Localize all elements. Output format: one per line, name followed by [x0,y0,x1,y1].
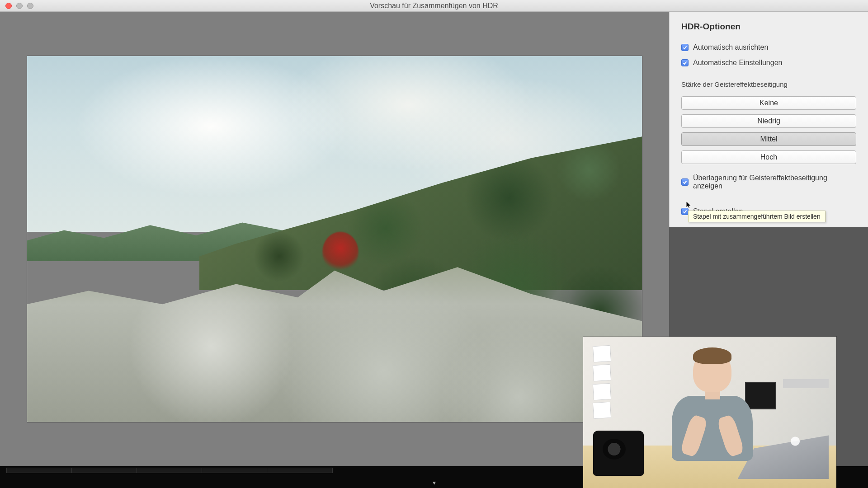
minimize-window-icon[interactable] [16,3,23,9]
window-title: Vorschau für Zusammenfügen von HDR [0,0,868,11]
filmstrip-thumb[interactable] [137,468,202,473]
deghost-heading: Stärke der Geistereffektbeseitigung [681,80,856,88]
filmstrip-thumb[interactable] [7,468,72,473]
filmstrip-thumb[interactable] [72,468,137,473]
auto-align-checkbox[interactable]: Automatisch ausrichten [681,43,856,52]
deghost-overlay-region [322,232,359,272]
preview-pane [0,12,669,466]
auto-settings-checkbox[interactable]: Automatische Einstellungen [681,59,856,67]
create-stack-tooltip: Stapel mit zusammengeführtem Bild erstel… [688,211,826,222]
filmstrip-thumbs[interactable] [6,468,333,473]
webcam-overlay [583,337,836,488]
titlebar: Vorschau für Zusammenfügen von HDR [0,0,868,12]
close-window-icon[interactable] [5,3,12,9]
deghost-medium-button[interactable]: Mittel [681,132,856,146]
filmstrip-thumb[interactable] [202,468,267,473]
checkbox-icon [681,59,689,66]
presenter [664,343,760,460]
panel-heading: HDR-Optionen [681,22,856,32]
deghost-high-button[interactable]: Hoch [681,150,856,164]
auto-settings-label: Automatische Einstellungen [693,59,782,67]
wall-photos-icon [591,346,616,436]
show-deghost-overlay-label: Überlagerung für Geistereffektbeseitigun… [693,174,856,190]
hdr-preview-image[interactable] [27,56,642,422]
checkbox-icon [681,44,689,51]
hdr-options-panel: HDR-Optionen Automatisch ausrichten Auto… [669,12,868,227]
apple-logo-icon [789,435,801,449]
filmstrip-thumb[interactable] [267,468,332,473]
show-deghost-overlay-checkbox[interactable]: Überlagerung für Geistereffektbeseitigun… [681,174,856,190]
deghost-none-button[interactable]: Keine [681,96,856,110]
checkbox-icon [681,178,689,186]
deghost-amount-group: Keine Niedrig Mittel Hoch [681,96,856,164]
zoom-window-icon[interactable] [27,3,33,9]
filmstrip-toggle-icon[interactable]: ▾ [433,479,436,486]
auto-align-label: Automatisch ausrichten [693,43,768,52]
camera-icon [593,431,644,476]
checkbox-icon [681,208,689,215]
deghost-low-button[interactable]: Niedrig [681,114,856,128]
window-controls [5,3,33,9]
